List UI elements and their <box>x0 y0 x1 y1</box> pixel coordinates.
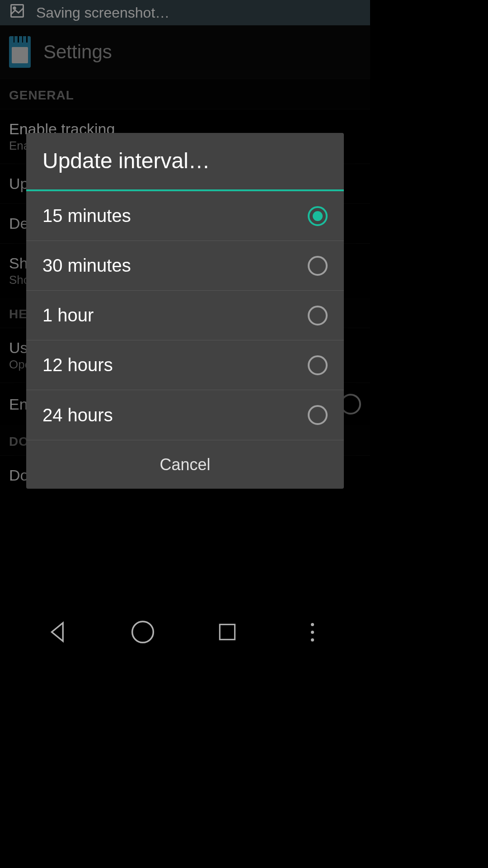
dialog-options: 15 minutes 30 minutes 1 hour 12 hours 24… <box>26 191 344 440</box>
dialog-title-wrap: Update interval… <box>26 133 344 191</box>
update-interval-dialog: Update interval… 15 minutes 30 minutes 1… <box>26 133 344 489</box>
back-button[interactable] <box>44 618 71 646</box>
svg-rect-3 <box>220 624 235 639</box>
dialog-footer: Cancel <box>26 440 344 489</box>
dialog-title: Update interval… <box>42 148 328 173</box>
radio-unselected-icon <box>308 306 328 326</box>
radio-label: 1 hour <box>42 305 94 326</box>
radio-unselected-icon <box>308 405 328 425</box>
radio-label: 24 hours <box>42 405 113 425</box>
overflow-menu-button[interactable] <box>299 618 326 646</box>
cancel-button[interactable]: Cancel <box>160 455 210 474</box>
radio-option-15-minutes[interactable]: 15 minutes <box>26 191 344 241</box>
radio-label: 15 minutes <box>42 206 131 226</box>
radio-label: 30 minutes <box>42 255 131 276</box>
radio-option-12-hours[interactable]: 12 hours <box>26 340 344 390</box>
navigation-bar <box>0 606 370 658</box>
svg-point-2 <box>132 622 153 643</box>
radio-option-24-hours[interactable]: 24 hours <box>26 390 344 440</box>
home-button[interactable] <box>129 618 156 646</box>
radio-option-1-hour[interactable]: 1 hour <box>26 291 344 340</box>
radio-selected-icon <box>308 206 328 226</box>
recent-apps-button[interactable] <box>214 618 241 646</box>
radio-label: 12 hours <box>42 355 113 375</box>
radio-unselected-icon <box>308 355 328 375</box>
radio-option-30-minutes[interactable]: 30 minutes <box>26 241 344 291</box>
radio-unselected-icon <box>308 256 328 276</box>
